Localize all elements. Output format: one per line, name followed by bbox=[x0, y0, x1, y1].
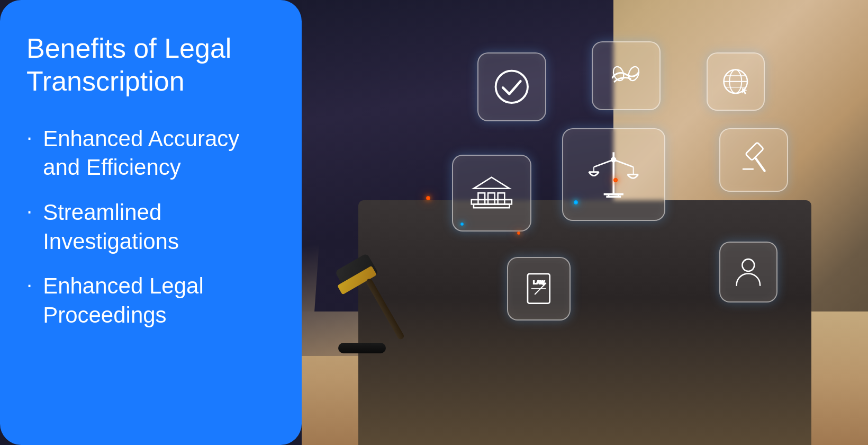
courthouse-icon bbox=[468, 171, 515, 216]
svg-rect-12 bbox=[478, 193, 485, 204]
glow-dot-blue-1 bbox=[460, 222, 464, 226]
bullet-icon-3: · bbox=[26, 274, 32, 295]
holo-person-card bbox=[719, 242, 777, 302]
holographic-icons: LAW bbox=[444, 22, 869, 400]
svg-line-17 bbox=[614, 159, 634, 167]
glow-dot-orange-1 bbox=[426, 196, 430, 200]
holo-checkmark-card bbox=[477, 52, 546, 121]
benefit-item-1: · Enhanced Accuracy and Efficiency bbox=[26, 124, 275, 182]
handshake-icon bbox=[607, 56, 647, 96]
svg-point-2 bbox=[627, 65, 640, 82]
bullet-icon-2: · bbox=[26, 200, 32, 221]
benefits-list: · Enhanced Accuracy and Efficiency · Str… bbox=[26, 124, 275, 346]
svg-line-28 bbox=[756, 158, 765, 171]
holo-globe-card bbox=[707, 52, 765, 111]
bullet-icon-1: · bbox=[26, 127, 32, 148]
benefit-text-2: Streamlined Investigations bbox=[43, 198, 179, 256]
checkmark-icon bbox=[492, 67, 532, 107]
holo-scales-card bbox=[562, 128, 665, 221]
svg-marker-11 bbox=[474, 177, 510, 189]
holo-gavel-card bbox=[719, 128, 788, 192]
globe-icon bbox=[719, 65, 753, 99]
svg-rect-14 bbox=[498, 193, 504, 204]
document-icon: LAW bbox=[520, 270, 557, 307]
svg-line-33 bbox=[535, 285, 544, 294]
svg-line-16 bbox=[594, 159, 613, 167]
benefit-text-3: Enhanced Legal Proceedings bbox=[43, 272, 204, 330]
glow-dot-blue-2 bbox=[574, 200, 578, 204]
svg-point-18 bbox=[612, 158, 616, 162]
gavel-icon bbox=[734, 141, 774, 179]
glow-dot-orange-2 bbox=[517, 232, 520, 235]
benefit-item-3: · Enhanced Legal Proceedings bbox=[26, 272, 275, 330]
svg-marker-8 bbox=[743, 88, 747, 94]
person-icon bbox=[731, 254, 765, 290]
gavel bbox=[330, 250, 394, 356]
benefit-text-1: Enhanced Accuracy and Efficiency bbox=[43, 124, 239, 182]
holo-handshake-card bbox=[592, 41, 661, 110]
panel-title: Benefits of Legal Transcription bbox=[26, 32, 275, 98]
scales-icon bbox=[583, 147, 644, 202]
hero-image-panel: LAW bbox=[302, 0, 868, 445]
left-info-panel: Benefits of Legal Transcription · Enhanc… bbox=[0, 0, 302, 445]
svg-point-0 bbox=[495, 71, 527, 103]
holo-document-card: LAW bbox=[507, 257, 571, 321]
gavel-base bbox=[338, 343, 386, 353]
svg-rect-13 bbox=[488, 193, 495, 204]
glow-dot-orange-3 bbox=[613, 178, 618, 182]
benefit-item-2: · Streamlined Investigations bbox=[26, 198, 275, 256]
svg-point-35 bbox=[743, 259, 755, 271]
background-scene: LAW bbox=[302, 0, 868, 445]
holo-courthouse-card bbox=[452, 155, 531, 232]
svg-rect-10 bbox=[471, 200, 511, 204]
